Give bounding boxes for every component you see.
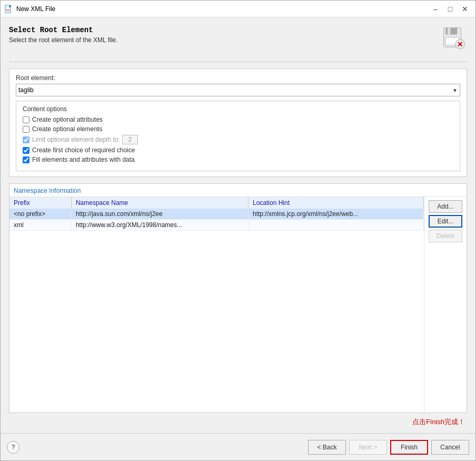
page-subtitle: Select the root element of the XML file. — [9, 36, 117, 44]
content-options-title: Content options — [23, 105, 453, 113]
namespace-table: Prefix Namespace Name Location Hint <no … — [9, 197, 424, 413]
header-section: Select Root Element Select the root elem… — [9, 26, 467, 51]
namespace-section: Namespace Information Prefix Namespace N… — [9, 183, 467, 413]
header-separator — [9, 62, 467, 62]
footer: ? < Back Next > Finish Cancel — [1, 433, 475, 460]
form-section: Root element: taglib ▼ Content options C… — [9, 68, 467, 177]
maximize-button[interactable]: □ — [444, 3, 457, 15]
svg-rect-5 — [448, 28, 451, 35]
cancel-button[interactable]: Cancel — [431, 440, 469, 455]
limit-depth-label: Limit optional element depth to: — [32, 136, 120, 143]
cell-prefix: <no prefix> — [9, 209, 71, 220]
dropdown-value: taglib — [18, 86, 34, 94]
root-element-dropdown[interactable]: taglib ▼ — [16, 84, 460, 96]
save-icon — [442, 26, 465, 49]
optional-elems-row: Create optional elements — [23, 125, 453, 133]
header-text: Select Root Element Select the root elem… — [9, 26, 117, 44]
edit-button[interactable]: Edit... — [429, 215, 462, 228]
namespace-table-wrapper: Prefix Namespace Name Location Hint <no … — [9, 197, 467, 413]
svg-text:XML: XML — [6, 8, 11, 12]
minimize-button[interactable]: – — [429, 3, 442, 15]
root-element-label: Root element: — [16, 74, 460, 82]
fill-data-row: Fill elements and attributes with data — [23, 156, 453, 163]
fill-data-label: Fill elements and attributes with data — [32, 156, 135, 163]
main-window: XML New XML File – □ ✕ Select Root Eleme… — [0, 0, 476, 461]
help-button[interactable]: ? — [7, 441, 19, 454]
table-header-row: Prefix Namespace Name Location Hint — [9, 197, 424, 209]
delete-button[interactable]: Delete — [429, 230, 462, 242]
cell-namespace: http://java.sun.com/xml/ns/j2ee — [71, 209, 248, 220]
hint-text: 点击Finish完成！ — [9, 417, 467, 427]
namespace-buttons: Add... Edit... Delete — [424, 197, 467, 413]
svg-rect-1 — [9, 5, 11, 7]
optional-elems-checkbox[interactable] — [23, 126, 29, 133]
finish-button[interactable]: Finish — [390, 440, 428, 455]
title-bar: XML New XML File – □ ✕ — [1, 1, 475, 17]
svg-rect-4 — [445, 28, 457, 35]
next-button[interactable]: Next > — [349, 440, 387, 455]
window-controls: – □ ✕ — [429, 3, 471, 15]
footer-buttons: < Back Next > Finish Cancel — [308, 440, 469, 455]
fill-data-checkbox[interactable] — [23, 156, 29, 163]
window-icon: XML — [5, 5, 13, 13]
first-choice-checkbox[interactable] — [23, 147, 29, 154]
cell-namespace: http://www.w3.org/XML/1998/names... — [71, 220, 248, 231]
namespace-title: Namespace Information — [9, 184, 467, 197]
close-button[interactable]: ✕ — [459, 3, 471, 15]
content-area: Select Root Element Select the root elem… — [1, 17, 475, 433]
limit-depth-row: Limit optional element depth to: 2 — [23, 135, 453, 144]
optional-attrs-label: Create optional attributes — [32, 116, 103, 123]
page-title: Select Root Element — [9, 26, 117, 34]
optional-attrs-checkbox[interactable] — [23, 116, 29, 123]
col-prefix: Prefix — [9, 197, 71, 209]
first-choice-label: Create first choice of required choice — [32, 146, 135, 154]
first-choice-row: Create first choice of required choice — [23, 146, 453, 154]
save-icon-area — [442, 26, 467, 51]
col-namespace-name: Namespace Name — [71, 197, 248, 209]
depth-value-input[interactable]: 2 — [122, 135, 138, 144]
content-options-group: Content options Create optional attribut… — [16, 101, 460, 171]
cell-hint: http://xmlns.jcp.org/xml/ns/j2ee/web... — [248, 209, 423, 220]
add-button[interactable]: Add... — [429, 200, 462, 213]
window-title: New XML File — [16, 5, 429, 13]
cell-hint — [248, 220, 423, 231]
table-row[interactable]: xml http://www.w3.org/XML/1998/names... — [9, 220, 424, 231]
back-button[interactable]: < Back — [308, 440, 346, 455]
cell-prefix: xml — [9, 220, 71, 231]
col-location-hint: Location Hint — [248, 197, 423, 209]
dropdown-arrow-icon: ▼ — [452, 87, 458, 93]
table-row[interactable]: <no prefix> http://java.sun.com/xml/ns/j… — [9, 209, 424, 220]
limit-depth-checkbox[interactable] — [23, 136, 29, 143]
optional-elems-label: Create optional elements — [32, 125, 102, 133]
optional-attrs-row: Create optional attributes — [23, 116, 453, 123]
